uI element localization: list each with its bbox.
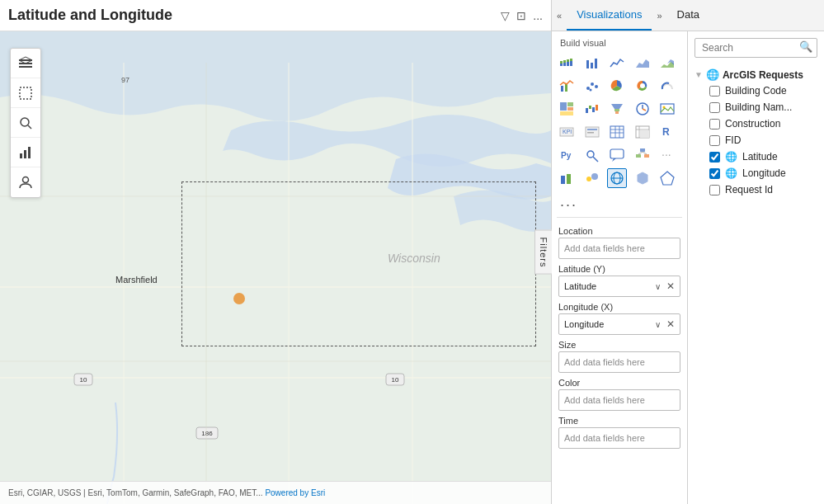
shape-icon[interactable] [657, 168, 677, 188]
more-options[interactable]: ... [552, 190, 687, 214]
line-chart-icon[interactable] [607, 53, 627, 73]
tab-visualizations[interactable]: Visualizations [567, 0, 652, 31]
stacked-bar-icon[interactable] [557, 53, 577, 73]
key-influencer-icon[interactable] [582, 145, 602, 165]
waterfall-icon[interactable] [582, 99, 602, 119]
viz-tab-label: Visualizations [577, 8, 642, 21]
table-icon[interactable] [607, 122, 627, 142]
panel-header: « Visualizations » Data [552, 0, 824, 31]
viz-icons-row1 [552, 51, 687, 74]
treemap-icon[interactable] [557, 99, 577, 119]
data-item-request-id[interactable]: Request Id [695, 181, 817, 198]
time-field-group: Time Add data fields here [558, 416, 680, 449]
donut-chart-icon[interactable] [633, 76, 652, 96]
color-field[interactable]: Add data fields here [558, 389, 680, 411]
matrix-icon[interactable] [633, 122, 652, 142]
longitude-data-label: Longitude [742, 167, 814, 179]
select-button[interactable] [11, 78, 40, 108]
svg-marker-85 [612, 158, 616, 162]
layers-button[interactable] [11, 49, 40, 78]
more-visuals-icon[interactable]: ··· [657, 145, 677, 165]
svg-rect-27 [28, 147, 31, 158]
group-icon: 🌐 [706, 68, 719, 81]
latitude-chevron[interactable]: ∨ [655, 282, 661, 291]
user-button[interactable] [11, 167, 40, 197]
bar-chart-icon[interactable] [582, 53, 602, 73]
build-visual-label: Build visual [552, 31, 687, 51]
viz-icons-row3 [552, 97, 687, 120]
viz-collapse-arrow[interactable]: « [552, 0, 567, 31]
latitude-remove[interactable]: ✕ [666, 280, 675, 292]
longitude-checkbox[interactable] [709, 168, 720, 179]
latitude-checkbox[interactable] [709, 152, 720, 163]
filter-icon[interactable]: ▽ [501, 9, 510, 22]
svg-point-23 [21, 118, 29, 126]
zoom-search-button[interactable] [11, 108, 40, 138]
svg-point-46 [591, 82, 594, 86]
fid-checkbox[interactable] [709, 135, 720, 146]
pie-chart-icon[interactable] [607, 76, 627, 96]
map-container: Latitude and Longitude ▽ ⊡ ... 10 10 186… [0, 0, 551, 504]
svg-rect-84 [610, 149, 624, 158]
latitude-field[interactable]: Latitude ∨ ✕ [558, 276, 680, 297]
svg-line-89 [638, 152, 643, 154]
stacked-area-icon[interactable] [657, 53, 677, 73]
custom2-icon[interactable] [582, 168, 602, 188]
image-icon[interactable] [657, 99, 677, 119]
color-field-group: Color Add data fields here [558, 378, 680, 411]
area-chart-icon[interactable] [633, 53, 652, 73]
data-item-latitude[interactable]: 🌐 Latitude [695, 148, 817, 165]
location-field[interactable]: Add data fields here [558, 238, 680, 259]
svg-text:Py: Py [561, 151, 572, 160]
building-code-checkbox[interactable] [709, 86, 720, 97]
tab-data[interactable]: Data [667, 0, 709, 31]
size-label: Size [558, 340, 680, 350]
card-icon[interactable] [582, 122, 602, 142]
longitude-remove[interactable]: ✕ [666, 318, 675, 330]
scatter-chart-icon[interactable] [582, 76, 602, 96]
svg-rect-93 [567, 174, 571, 184]
more-options-icon[interactable]: ... [533, 9, 543, 22]
building-name-checkbox[interactable] [709, 102, 720, 113]
decomposition-icon[interactable] [633, 145, 652, 165]
svg-point-94 [586, 177, 591, 181]
esri-link[interactable]: Powered by Esri [265, 488, 325, 497]
map-icon[interactable] [607, 168, 627, 188]
latitude-field-group: Latitude (Y) Latitude ∨ ✕ [558, 264, 680, 297]
svg-rect-53 [560, 111, 573, 115]
speech-bubble-icon[interactable] [607, 145, 627, 165]
combo-chart-icon[interactable] [557, 76, 577, 96]
gauge-chart-icon[interactable] [657, 76, 677, 96]
data-item-longitude[interactable]: 🌐 Longitude [695, 165, 817, 181]
svg-rect-25 [20, 153, 22, 158]
filled-map-icon[interactable] [633, 168, 652, 188]
data-item-building-name[interactable]: Building Nam... [695, 99, 817, 115]
data-group-header[interactable]: ▼ 🌐 ArcGIS Requests [695, 67, 817, 82]
data-group-arcgis: ▼ 🌐 ArcGIS Requests Building Code Buildi… [688, 64, 824, 200]
longitude-field[interactable]: Longitude ∨ ✕ [558, 313, 680, 335]
time-field[interactable]: Add data fields here [558, 427, 680, 449]
building-name-label: Building Nam... [725, 101, 814, 113]
svg-point-48 [589, 89, 591, 92]
r-script-icon[interactable]: R [657, 122, 677, 142]
viz-panel: Build visual [552, 31, 688, 504]
filters-tab[interactable]: Filters [534, 229, 552, 275]
construction-checkbox[interactable] [709, 119, 720, 130]
svg-rect-60 [615, 111, 619, 114]
data-item-building-code[interactable]: Building Code [695, 82, 817, 99]
svg-rect-33 [567, 62, 569, 66]
longitude-chevron[interactable]: ∨ [655, 320, 661, 329]
funnel-icon[interactable] [607, 99, 627, 119]
clock-icon[interactable] [633, 99, 652, 119]
expand-icon[interactable]: ⊡ [516, 9, 526, 22]
data-item-construction[interactable]: Construction [695, 115, 817, 132]
request-id-checkbox[interactable] [709, 185, 720, 195]
data-expand-arrow[interactable]: » [652, 0, 666, 31]
custom1-icon[interactable] [557, 168, 577, 188]
python-icon[interactable]: Py [557, 145, 577, 165]
kpi-icon[interactable]: KPI [557, 122, 577, 142]
size-field[interactable]: Add data fields here [558, 351, 680, 373]
latitude-geo-icon: 🌐 [725, 151, 737, 163]
data-item-fid[interactable]: FID [695, 132, 817, 148]
chart-button[interactable] [11, 138, 40, 167]
